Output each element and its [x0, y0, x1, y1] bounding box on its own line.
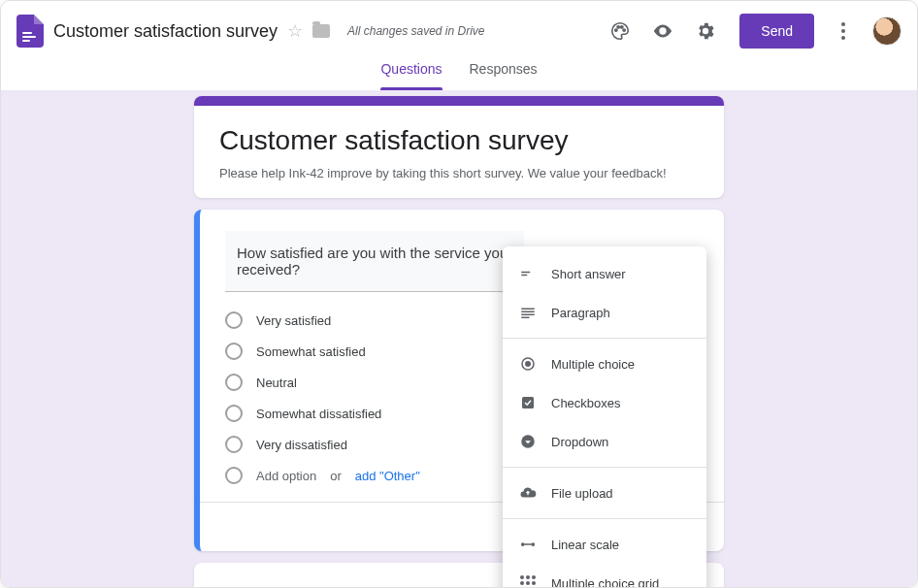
send-button[interactable]: Send — [739, 14, 814, 49]
forms-logo-icon[interactable] — [16, 15, 44, 48]
preview-eye-icon[interactable] — [652, 20, 673, 42]
tab-responses[interactable]: Responses — [470, 61, 538, 90]
folder-icon[interactable] — [312, 24, 330, 38]
dd-paragraph[interactable]: Paragraph — [503, 293, 706, 332]
svg-point-0 — [615, 29, 617, 31]
svg-point-3 — [623, 29, 625, 31]
question-card[interactable]: How satisfied are you with the service y… — [194, 210, 724, 551]
add-other-button[interactable]: add "Other" — [355, 469, 420, 483]
radio-checked-icon — [518, 354, 538, 374]
form-description[interactable]: Please help Ink-42 improve by taking thi… — [219, 166, 699, 180]
dd-label: Checkboxes — [551, 396, 621, 410]
form-tabs: Questions Responses — [1, 61, 917, 90]
radio-icon — [225, 405, 243, 422]
palette-icon[interactable] — [609, 20, 631, 42]
question-type-dropdown: Short answer Paragraph Multiple choice C… — [503, 246, 706, 587]
dd-short-answer[interactable]: Short answer — [503, 254, 706, 293]
svg-rect-13 — [522, 397, 534, 408]
svg-point-16 — [531, 542, 535, 546]
svg-point-12 — [525, 361, 531, 367]
short-answer-icon — [518, 264, 538, 283]
user-avatar[interactable] — [872, 16, 902, 46]
checkbox-icon — [518, 393, 538, 412]
option-text[interactable]: Neutral — [256, 376, 297, 390]
dd-label: Dropdown — [551, 435, 608, 449]
dropdown-separator — [503, 467, 706, 468]
option-text[interactable]: Somewhat satisfied — [256, 344, 366, 359]
star-icon[interactable]: ☆ — [287, 20, 303, 42]
tab-questions[interactable]: Questions — [380, 61, 442, 90]
dd-checkboxes[interactable]: Checkboxes — [503, 383, 706, 422]
form-header-card[interactable]: Customer satisfaction survey Please help… — [194, 96, 724, 198]
paragraph-icon — [518, 303, 538, 322]
or-label: or — [330, 469, 342, 483]
svg-point-1 — [617, 26, 619, 28]
save-status: All changes saved in Drive — [347, 24, 484, 38]
form-canvas: Customer satisfaction survey Please help… — [1, 90, 917, 587]
dd-label: Multiple choice — [551, 357, 635, 372]
dd-label: Multiple choice grid — [551, 576, 659, 588]
dd-label: File upload — [551, 486, 613, 501]
document-title[interactable]: Customer satisfaction survey — [53, 21, 278, 42]
svg-point-4 — [661, 29, 665, 33]
form-title[interactable]: Customer satisfaction survey — [219, 125, 699, 156]
add-option-button[interactable]: Add option — [256, 469, 316, 483]
svg-point-15 — [521, 542, 525, 546]
dd-mc-grid[interactable]: Multiple choice grid — [503, 564, 706, 587]
dropdown-separator — [503, 518, 706, 519]
dropdown-separator — [503, 338, 706, 339]
dd-dropdown[interactable]: Dropdown — [503, 422, 706, 461]
option-text[interactable]: Somewhat dissatisfied — [256, 407, 381, 421]
more-options-icon[interactable] — [832, 22, 855, 40]
settings-gear-icon[interactable] — [695, 20, 716, 42]
svg-point-2 — [621, 26, 623, 28]
dd-file-upload[interactable]: File upload — [503, 474, 706, 512]
cloud-upload-icon — [518, 483, 538, 503]
dd-label: Short answer — [551, 267, 626, 281]
radio-icon — [225, 311, 243, 329]
option-text[interactable]: Very satisfied — [256, 313, 331, 328]
dd-label: Paragraph — [551, 306, 610, 320]
dd-linear-scale[interactable]: Linear scale — [503, 525, 706, 564]
dd-label: Linear scale — [551, 538, 619, 552]
question-title-input[interactable]: How satisfied are you with the service y… — [225, 231, 524, 292]
radio-icon — [225, 467, 243, 484]
option-text[interactable]: Very dissatisfied — [256, 438, 347, 452]
radio-icon — [225, 374, 243, 391]
radio-icon — [225, 343, 243, 360]
dd-multiple-choice[interactable]: Multiple choice — [503, 344, 706, 383]
app-header: Customer satisfaction survey ☆ All chang… — [1, 1, 917, 61]
linear-scale-icon — [518, 535, 538, 554]
dropdown-icon — [518, 432, 538, 451]
radio-icon — [225, 436, 243, 453]
grid-dots-icon — [518, 573, 538, 587]
